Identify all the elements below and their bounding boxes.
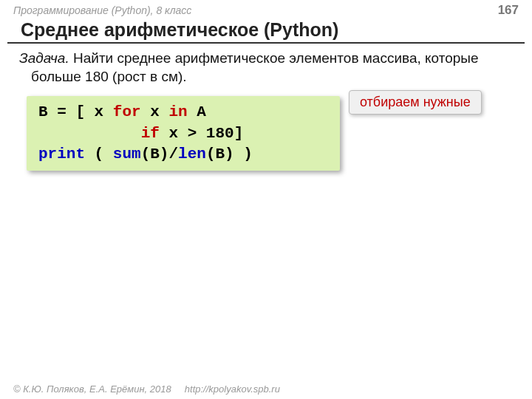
footer-copyright: © К.Ю. Поляков, Е.А. Ерёмин, 2018 — [13, 383, 171, 395]
keyword-for: for — [113, 103, 141, 120]
task-label: Задача. — [19, 50, 69, 66]
code-block: B = [ x for x in A if x > 180] print ( s… — [27, 96, 340, 171]
fn-len: len — [178, 146, 206, 163]
slide-title: Среднее арифметическое (Python) — [7, 18, 525, 44]
task-text: Задача. Найти среднее арифметическое эле… — [0, 50, 532, 92]
footer: © К.Ю. Поляков, Е.А. Ерёмин, 2018 http:/… — [13, 383, 280, 395]
fn-sum: sum — [113, 146, 141, 163]
keyword-in: in — [168, 103, 187, 120]
callout-note: отбираем нужные — [349, 90, 482, 115]
keyword-if: if — [141, 125, 160, 142]
task-body: Найти среднее арифметическое элементов м… — [31, 50, 479, 84]
footer-url: http://kpolyakov.spb.ru — [185, 383, 280, 395]
course-label: Программирование (Python), 8 класс — [13, 4, 191, 16]
page-number: 167 — [498, 3, 519, 18]
fn-print: print — [38, 146, 85, 163]
header-bar: Программирование (Python), 8 класс 167 — [0, 0, 532, 18]
